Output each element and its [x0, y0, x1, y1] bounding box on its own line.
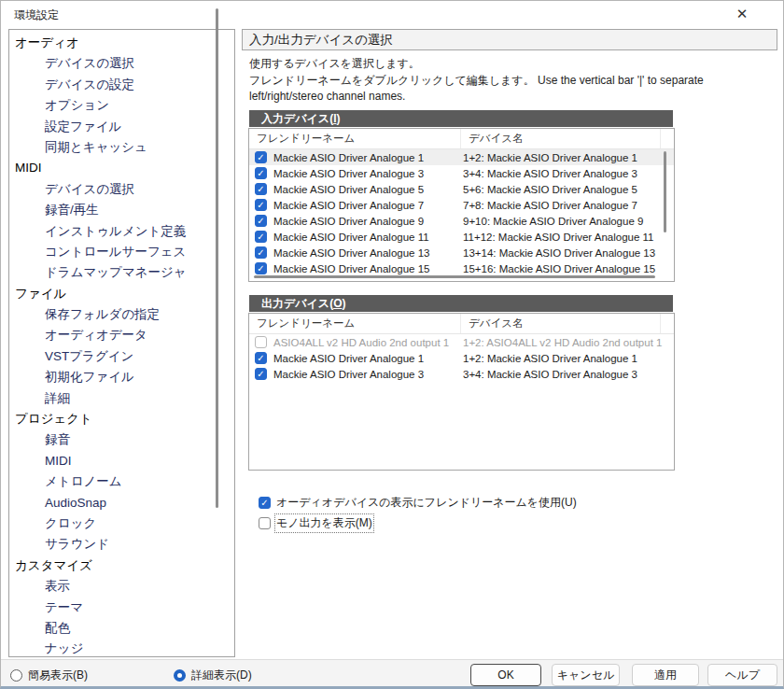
column-header-device-name[interactable]: デバイス名	[461, 129, 661, 148]
input-table-header: フレンドリーネーム デバイス名	[249, 129, 674, 149]
sidebar-item-サラウンド[interactable]: サラウンド	[9, 534, 234, 555]
sidebar-item-AudioSnap[interactable]: AudioSnap	[9, 493, 234, 513]
sidebar-item-デバイスの設定[interactable]: デバイスの設定	[9, 75, 234, 95]
device-row[interactable]: ✓Mackie ASIO Driver Analogue 1515+16: Ma…	[249, 260, 674, 276]
device-name: 3+4: Mackie ASIO Driver Analogue 3	[455, 168, 674, 179]
device-name: 11+12: Mackie ASIO Driver Analogue 11	[455, 232, 674, 243]
device-friendly-name: Mackie ASIO Driver Analogue 1	[267, 353, 455, 364]
device-checkbox[interactable]: ✓	[255, 167, 267, 179]
device-friendly-name: Mackie ASIO Driver Analogue 11	[267, 232, 455, 243]
device-friendly-name: Mackie ASIO Driver Analogue 13	[267, 247, 455, 259]
sidebar-item-インストゥルメント定義[interactable]: インストゥルメント定義	[9, 221, 234, 242]
sidebar-item-設定ファイル[interactable]: 設定ファイル	[9, 117, 234, 137]
sidebar-category-ファイル[interactable]: ファイル	[9, 284, 234, 304]
device-row[interactable]: ✓Mackie ASIO Driver Analogue 55+6: Macki…	[249, 181, 674, 197]
option-checkbox[interactable]	[259, 517, 271, 529]
device-row[interactable]: ASIO4ALL v2 HD Audio 2nd output 11+2: AS…	[249, 334, 674, 350]
sidebar-item-配色[interactable]: 配色	[9, 618, 234, 639]
sidebar-item-録音/再生[interactable]: 録音/再生	[9, 200, 234, 220]
device-checkbox[interactable]: ✓	[255, 368, 267, 380]
close-icon[interactable]: ✕	[730, 5, 754, 23]
device-row[interactable]: ✓Mackie ASIO Driver Analogue 11+2: Macki…	[249, 149, 674, 165]
apply-button[interactable]: 適用	[632, 664, 699, 686]
column-header-friendly-name[interactable]: フレンドリーネーム	[249, 314, 461, 333]
device-row[interactable]: ✓Mackie ASIO Driver Analogue 77+8: Macki…	[249, 197, 674, 213]
device-row[interactable]: ✓Mackie ASIO Driver Analogue 1313+14: Ma…	[249, 245, 674, 260]
device-name: 1+2: ASIO4ALL v2 HD Audio 2nd output 1	[455, 337, 674, 348]
sidebar-category-オーディオ[interactable]: オーディオ	[9, 33, 234, 53]
device-name: 13+14: Mackie ASIO Driver Analogue 13	[455, 247, 674, 259]
option-checkbox-row[interactable]: ✓オーディオデバイスの表示にフレンドリーネームを使用(U)	[253, 495, 577, 510]
ok-button[interactable]: OK	[470, 664, 541, 686]
cancel-button[interactable]: キャンセル	[552, 664, 620, 686]
description-line1: 使用するデバイスを選択します。	[249, 56, 420, 72]
device-checkbox[interactable]: ✓	[255, 262, 267, 274]
sidebar-item-詳細[interactable]: 詳細	[9, 388, 234, 409]
sidebar-item-初期化ファイル[interactable]: 初期化ファイル	[9, 367, 234, 387]
device-name: 5+6: Mackie ASIO Driver Analogue 5	[455, 184, 674, 195]
output-table-header: フレンドリーネーム デバイス名	[249, 314, 674, 334]
column-header-device-name[interactable]: デバイス名	[461, 314, 661, 333]
input-table-vscrollbar-thumb[interactable]	[664, 151, 666, 232]
output-devices-header: 出力デバイス(O)	[249, 295, 673, 312]
sidebar-item-ナッジ[interactable]: ナッジ	[9, 639, 234, 657]
device-checkbox[interactable]: ✓	[255, 231, 267, 243]
sidebar-category-カスタマイズ[interactable]: カスタマイズ	[9, 555, 234, 576]
sidebar-item-テーマ[interactable]: テーマ	[9, 598, 234, 618]
input-table-hscrollbar-thumb[interactable]	[254, 275, 655, 278]
preferences-dialog: 環境設定 ✕ オーディオデバイスの選択デバイスの設定オプション設定ファイル同期と…	[0, 0, 784, 689]
device-name: 7+8: Mackie ASIO Driver Analogue 7	[455, 200, 674, 211]
sidebar-item-保存フォルダの指定[interactable]: 保存フォルダの指定	[9, 304, 234, 325]
titlebar: 環境設定 ✕	[1, 1, 783, 26]
help-button[interactable]: ヘルプ	[707, 664, 777, 686]
device-checkbox[interactable]: ✓	[255, 215, 267, 227]
device-friendly-name: Mackie ASIO Driver Analogue 3	[267, 168, 455, 179]
sidebar-item-コントロールサーフェス[interactable]: コントロールサーフェス	[9, 242, 234, 262]
sidebar-category-MIDI[interactable]: MIDI	[9, 158, 234, 178]
device-name: 1+2: Mackie ASIO Driver Analogue 1	[455, 353, 674, 364]
device-name: 3+4: Mackie ASIO Driver Analogue 3	[455, 369, 674, 380]
view-mode-radio-row[interactable]: 詳細表示(D)	[174, 668, 252, 683]
sidebar-item-オーディオデータ[interactable]: オーディオデータ	[9, 325, 234, 345]
option-checkbox[interactable]: ✓	[259, 497, 271, 509]
radio-button[interactable]	[174, 669, 186, 682]
sidebar-item-オプション[interactable]: オプション	[9, 95, 234, 116]
device-friendly-name: ASIO4ALL v2 HD Audio 2nd output 1	[267, 337, 455, 348]
device-row[interactable]: ✓Mackie ASIO Driver Analogue 1111+12: Ma…	[249, 229, 674, 245]
device-row[interactable]: ✓Mackie ASIO Driver Analogue 99+10: Mack…	[249, 213, 674, 229]
sidebar-item-クロック[interactable]: クロック	[9, 513, 234, 534]
device-checkbox[interactable]: ✓	[255, 199, 267, 211]
sidebar-item-MIDI[interactable]: MIDI	[9, 451, 234, 471]
sidebar-item-メトロノーム[interactable]: メトロノーム	[9, 471, 234, 492]
device-checkbox[interactable]: ✓	[255, 246, 267, 259]
option-checkbox-label: モノ出力を表示(M)	[276, 515, 372, 531]
description-line2: フレンドリーネームをダブルクリックして編集します。 Use the vertic…	[249, 73, 768, 105]
sidebar-item-ドラムマップマネージャ[interactable]: ドラムマップマネージャ	[9, 262, 234, 283]
sidebar-scrollbar-thumb[interactable]	[216, 8, 218, 508]
device-checkbox[interactable]	[255, 336, 267, 348]
radio-button[interactable]	[10, 669, 22, 682]
view-mode-radio-row[interactable]: 簡易表示(B)	[10, 668, 88, 683]
sidebar-item-同期とキャッシュ[interactable]: 同期とキャッシュ	[9, 137, 234, 158]
device-checkbox[interactable]: ✓	[255, 151, 267, 163]
option-checkbox-label: オーディオデバイスの表示にフレンドリーネームを使用(U)	[276, 495, 577, 511]
radio-label: 詳細表示(D)	[191, 668, 252, 683]
device-friendly-name: Mackie ASIO Driver Analogue 1	[267, 152, 455, 163]
sidebar-item-デバイスの選択[interactable]: デバイスの選択	[9, 179, 234, 200]
option-checkbox-row[interactable]: モノ出力を表示(M)	[253, 515, 372, 530]
column-header-friendly-name[interactable]: フレンドリーネーム	[249, 129, 461, 148]
device-checkbox[interactable]: ✓	[255, 352, 267, 364]
device-row[interactable]: ✓Mackie ASIO Driver Analogue 33+4: Macki…	[249, 366, 674, 382]
device-checkbox[interactable]: ✓	[255, 183, 267, 195]
page-title: 入力/出力デバイスの選択	[242, 29, 777, 50]
input-devices-table: フレンドリーネーム デバイス名 ✓Mackie ASIO Driver Anal…	[248, 128, 675, 282]
sidebar-category-プロジェクト[interactable]: プロジェクト	[9, 409, 234, 429]
device-friendly-name: Mackie ASIO Driver Analogue 3	[267, 369, 455, 380]
sidebar-item-デバイスの選択[interactable]: デバイスの選択	[9, 53, 234, 74]
sidebar-item-VSTプラグイン[interactable]: VSTプラグイン	[9, 346, 234, 367]
settings-tree: オーディオデバイスの選択デバイスの設定オプション設定ファイル同期とキャッシュMI…	[8, 29, 235, 657]
device-row[interactable]: ✓Mackie ASIO Driver Analogue 33+4: Macki…	[249, 165, 674, 181]
sidebar-item-表示[interactable]: 表示	[9, 576, 234, 597]
sidebar-item-録音[interactable]: 録音	[9, 429, 234, 450]
device-row[interactable]: ✓Mackie ASIO Driver Analogue 11+2: Macki…	[249, 350, 674, 366]
